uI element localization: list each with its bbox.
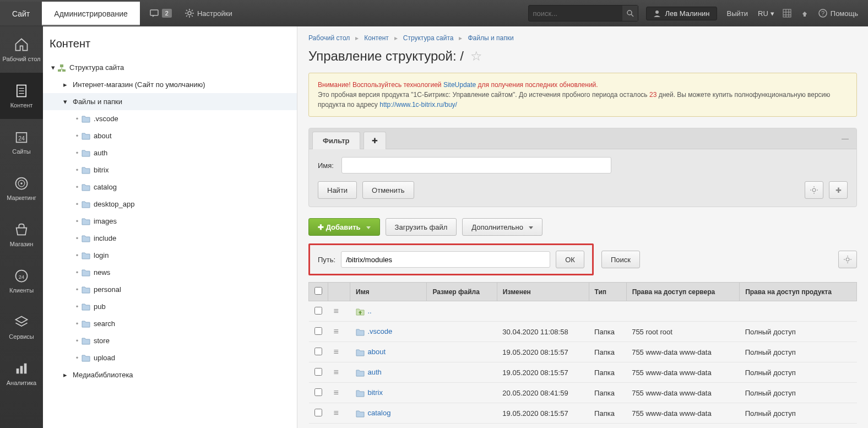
col-product-perm[interactable]: Права на доступ продукта	[740, 283, 857, 301]
pin-icon[interactable]	[800, 8, 810, 18]
row-menu-icon[interactable]: ≡	[334, 327, 339, 336]
expand-icon[interactable]: •	[73, 132, 82, 140]
buy-link[interactable]: http://www.1c-bitrix.ru/buy/	[379, 101, 457, 109]
expand-icon[interactable]: •	[73, 115, 82, 123]
tree-root[interactable]: ▾ Структура сайта	[43, 59, 297, 76]
cancel-button[interactable]: Отменить	[362, 181, 414, 199]
crumb-link[interactable]: Структура сайта	[403, 34, 454, 42]
row-checkbox[interactable]	[314, 409, 322, 416]
col-name[interactable]: Имя	[350, 283, 427, 301]
expand-icon[interactable]: •	[73, 354, 82, 362]
expand-icon[interactable]: •	[73, 149, 82, 157]
lang-menu[interactable]: RU▾	[758, 9, 774, 18]
row-menu-icon[interactable]: ≡	[334, 367, 339, 377]
row-checkbox[interactable]	[314, 368, 322, 376]
crumb-link[interactable]: Файлы и папки	[468, 34, 513, 42]
col-type[interactable]: Тип	[589, 283, 626, 301]
logout-link[interactable]: Выйти	[727, 9, 748, 18]
grid-settings-button[interactable]	[838, 251, 857, 268]
expand-icon[interactable]: •	[73, 183, 82, 191]
tree-folder[interactable]: •upload	[43, 349, 297, 366]
user-menu[interactable]: Лев Малинин	[646, 7, 717, 20]
table-row[interactable]: ≡auth19.05.2020 08:15:57Папка755 www-dat…	[309, 362, 857, 383]
rail-item-desktop[interactable]: Рабочий стол	[0, 26, 43, 73]
tree-folder[interactable]: •about	[43, 127, 297, 144]
tree-folder[interactable]: •include	[43, 230, 297, 247]
file-link[interactable]: bitrix	[368, 388, 383, 397]
search-icon[interactable]	[622, 6, 638, 21]
expand-icon[interactable]: •	[73, 251, 82, 259]
tree-folder[interactable]: •catalog	[43, 178, 297, 196]
tree-node-media[interactable]: ▸ Медиабиблиотека	[43, 366, 297, 383]
grid-icon[interactable]	[782, 8, 792, 18]
table-row[interactable]: ≡about19.05.2020 08:15:57Папка755 www-da…	[309, 342, 857, 362]
filter-name-input[interactable]	[341, 157, 611, 174]
tree-folder[interactable]: •images	[43, 213, 297, 230]
file-link[interactable]: .vscode	[368, 327, 393, 335]
file-link[interactable]: catalog	[368, 409, 391, 417]
expand-icon[interactable]: ▸	[61, 80, 69, 89]
table-row[interactable]: ≡catalog19.05.2020 08:15:57Папка755 www-…	[309, 403, 857, 424]
table-row[interactable]: ≡desktop_app19.05.2020 08:13:23Папка755 …	[309, 424, 857, 429]
msg-button[interactable]: 2	[150, 9, 172, 18]
filter-add-button[interactable]: ✚	[364, 132, 386, 149]
global-search[interactable]	[528, 5, 638, 21]
favorite-star-icon[interactable]: ☆	[470, 48, 482, 64]
rail-item-analytics[interactable]: Аналитика	[0, 350, 43, 397]
table-row[interactable]: ≡bitrix20.05.2020 08:41:59Папка755 www-d…	[309, 383, 857, 403]
row-menu-icon[interactable]: ≡	[334, 388, 339, 397]
filter-plus-button[interactable]: ✚	[829, 181, 848, 199]
table-row[interactable]: ≡..	[309, 301, 857, 322]
path-input[interactable]	[341, 251, 550, 268]
more-button[interactable]: Дополнительно	[462, 218, 542, 236]
rail-item-marketing[interactable]: Маркетинг	[0, 165, 43, 212]
collapse-icon[interactable]: ▾	[61, 97, 69, 106]
tree-folder[interactable]: •personal	[43, 281, 297, 298]
tree-node-files[interactable]: ▾ Файлы и папки	[43, 93, 297, 110]
add-button[interactable]: ✚ Добавить	[308, 218, 380, 236]
row-menu-icon[interactable]: ≡	[334, 347, 339, 356]
ok-button[interactable]: ОК	[556, 251, 584, 268]
col-modified[interactable]: Изменен	[497, 283, 589, 301]
help-button[interactable]: ? Помощь	[818, 9, 858, 18]
crumb-link[interactable]: Рабочий стол	[308, 34, 350, 42]
row-menu-icon[interactable]: ≡	[334, 306, 339, 316]
tree-folder[interactable]: •search	[43, 315, 297, 332]
col-size[interactable]: Размер файла	[427, 283, 497, 301]
expand-icon[interactable]: •	[73, 285, 82, 294]
tab-site[interactable]: Сайт	[0, 2, 42, 25]
tree-folder[interactable]: •login	[43, 247, 297, 264]
upload-button[interactable]: Загрузить файл	[386, 218, 457, 236]
col-server-perm[interactable]: Права на доступ сервера	[626, 283, 739, 301]
rail-item-content[interactable]: Контент	[0, 73, 43, 119]
search-button[interactable]: Поиск	[601, 251, 640, 268]
filter-collapse-button[interactable]: —	[834, 129, 856, 148]
search-input[interactable]	[529, 9, 622, 18]
file-link[interactable]: auth	[368, 368, 382, 376]
table-row[interactable]: ≡.vscode30.04.2020 11:08:58Папка755 root…	[309, 322, 857, 342]
rail-item-sites[interactable]: 24 Сайты	[0, 119, 43, 165]
expand-icon[interactable]: •	[73, 234, 82, 242]
row-checkbox[interactable]	[314, 327, 322, 335]
select-all-checkbox[interactable]	[314, 287, 322, 295]
siteupdate-link[interactable]: SiteUpdate	[443, 81, 476, 89]
find-button[interactable]: Найти	[318, 181, 357, 199]
expand-icon[interactable]: •	[73, 217, 82, 225]
tree-folder[interactable]: •news	[43, 264, 297, 281]
tree-node-shop[interactable]: ▸ Интернет-магазин (Сайт по умолчанию)	[43, 76, 297, 93]
tree-folder[interactable]: •auth	[43, 144, 297, 161]
expand-icon[interactable]: •	[73, 200, 82, 208]
filter-settings-button[interactable]	[805, 181, 823, 199]
settings-button[interactable]: Настройки	[185, 9, 232, 18]
row-checkbox[interactable]	[314, 388, 322, 396]
tree-folder[interactable]: •store	[43, 332, 297, 349]
row-menu-icon[interactable]: ≡	[334, 408, 339, 418]
row-checkbox[interactable]	[314, 307, 322, 315]
expand-icon[interactable]: •	[73, 268, 82, 277]
tree-folder[interactable]: •desktop_app	[43, 196, 297, 213]
filter-tab[interactable]: Фильтр	[312, 132, 360, 149]
expand-icon[interactable]: •	[73, 166, 82, 174]
file-link[interactable]: ..	[368, 307, 372, 315]
tree-folder[interactable]: •.vscode	[43, 110, 297, 127]
expand-icon[interactable]: •	[73, 337, 82, 345]
